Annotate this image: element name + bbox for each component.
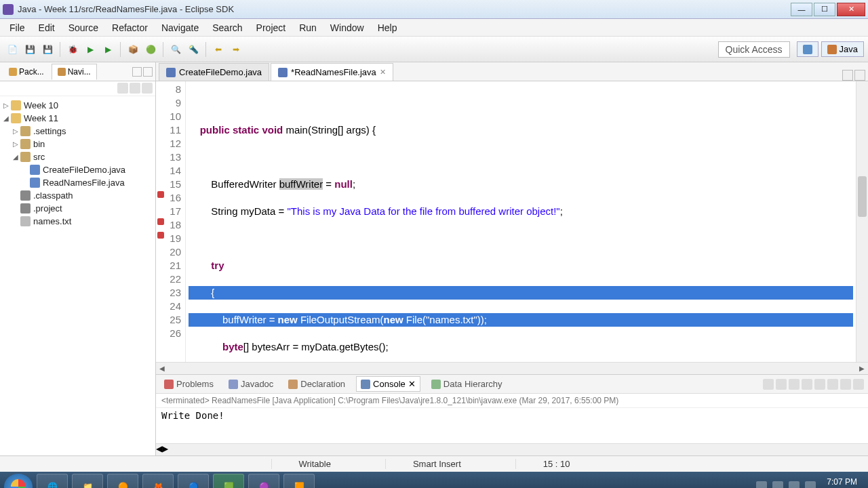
menu-run[interactable]: Run (294, 20, 322, 36)
code-body[interactable]: public static void main(String[] args) {… (186, 81, 856, 362)
menu-edit[interactable]: Edit (33, 20, 60, 36)
problems-tab[interactable]: Problems (160, 377, 218, 391)
quick-access-input[interactable]: Quick Access (718, 41, 790, 58)
terminate-button[interactable] (763, 379, 774, 390)
tree-names-txt[interactable]: names.txt (1, 215, 154, 228)
taskbar-explorer[interactable]: 📁 (72, 474, 103, 488)
bottom-panel: Problems Javadoc Declaration Console ✕ D… (156, 374, 868, 455)
taskbar-ie[interactable]: 🌐 (37, 474, 68, 488)
data-hierarchy-tab[interactable]: Data Hierarchy (427, 377, 507, 391)
clock-time: 7:07 PM (821, 477, 857, 487)
javadoc-tab[interactable]: Javadoc (224, 377, 277, 391)
minimize-view-button[interactable] (132, 67, 142, 77)
taskbar-media[interactable]: 🟠 (107, 474, 138, 488)
save-button[interactable]: 💾 (22, 42, 37, 57)
start-button[interactable] (4, 474, 33, 488)
remove-all-button[interactable] (789, 379, 800, 390)
minimize-button[interactable]: — (791, 3, 812, 16)
debug-button[interactable]: 🐞 (65, 42, 80, 57)
navigator-label: Navi... (68, 67, 91, 77)
open-perspective-button[interactable] (797, 41, 818, 57)
declaration-tab[interactable]: Declaration (284, 377, 349, 391)
tray-icon[interactable] (772, 481, 783, 488)
error-marker-icon[interactable] (157, 232, 164, 239)
tree-src[interactable]: ◢src (1, 150, 154, 163)
run-last-button[interactable]: ▶ (100, 42, 115, 57)
vertical-scrollbar[interactable] (856, 81, 868, 362)
package-explorer-tab[interactable]: Pack... (3, 64, 50, 80)
system-clock[interactable]: 7:07 PM 3/29/2017 (821, 477, 857, 488)
view-menu-button[interactable] (142, 83, 153, 94)
tab-label: *ReadNamesFile.java (291, 67, 376, 77)
console-output[interactable]: Write Done! (156, 408, 868, 443)
open-console-button[interactable] (853, 379, 864, 390)
tray-icon[interactable] (789, 481, 800, 488)
tray-icon[interactable] (756, 481, 767, 488)
package-explorer-label: Pack... (19, 67, 44, 77)
tree-project[interactable]: .project (1, 202, 154, 215)
maximize-editor-button[interactable] (854, 70, 865, 81)
back-button[interactable]: ⬅ (211, 42, 226, 57)
search-button[interactable]: 🔦 (186, 42, 201, 57)
tree-classpath[interactable]: .classpath (1, 189, 154, 202)
display-console-button[interactable] (840, 379, 851, 390)
error-marker-icon[interactable] (157, 218, 164, 225)
menu-window[interactable]: Window (325, 20, 370, 36)
forward-button[interactable]: ➡ (229, 42, 243, 57)
menu-navigate[interactable]: Navigate (156, 20, 204, 36)
tree-label: ReadNamesFile.java (43, 178, 125, 188)
remove-launch-button[interactable] (776, 379, 787, 390)
sidebar: Pack... Navi... ▷Week 10 ◢Week 11 ▷.sett… (0, 62, 156, 455)
tree-settings[interactable]: ▷.settings (1, 125, 154, 138)
clear-console-button[interactable] (802, 379, 812, 390)
tree-week11[interactable]: ◢Week 11 (1, 112, 154, 125)
minimize-editor-button[interactable] (842, 70, 853, 81)
run-button[interactable]: ▶ (83, 42, 98, 57)
tray-icon[interactable] (805, 481, 816, 488)
horizontal-scrollbar[interactable]: ◀▶ (156, 362, 868, 374)
taskbar-camtasia[interactable]: 🟩 (213, 474, 244, 488)
close-button[interactable]: ✕ (837, 3, 865, 16)
tab-label: Declaration (300, 379, 345, 389)
windows-taskbar: 🌐 📁 🟠 🦊 🔵 🟩 🟣 🟧 7:07 PM 3/29/2017 (0, 472, 868, 488)
new-package-button[interactable]: 📦 (125, 42, 140, 57)
collapse-all-button[interactable] (117, 83, 128, 94)
maximize-button[interactable]: ☐ (814, 3, 835, 16)
open-type-button[interactable]: 🔍 (168, 42, 183, 57)
tab-label: Data Hierarchy (443, 379, 502, 389)
taskbar-firefox[interactable]: 🦊 (142, 474, 174, 488)
error-marker-icon[interactable] (157, 191, 164, 198)
taskbar-eclipse[interactable]: 🟣 (248, 474, 279, 488)
tree-week10[interactable]: ▷Week 10 (1, 99, 154, 112)
menu-refactor[interactable]: Refactor (106, 20, 153, 36)
new-class-button[interactable]: 🟢 (143, 42, 158, 57)
tree-bin[interactable]: ▷bin (1, 138, 154, 150)
new-button[interactable]: 📄 (5, 42, 20, 57)
maximize-view-button[interactable] (143, 67, 153, 77)
menu-source[interactable]: Source (63, 20, 104, 36)
status-bar: Writable Smart Insert 15 : 10 (0, 455, 868, 472)
pin-console-button[interactable] (827, 379, 838, 390)
tree-createfiledemo[interactable]: CreateFileDemo.java (1, 163, 154, 176)
close-icon[interactable]: ✕ (408, 379, 416, 389)
close-icon[interactable]: ✕ (380, 68, 386, 77)
java-perspective-button[interactable]: Java (821, 41, 864, 57)
save-all-button[interactable]: 💾 (40, 42, 55, 57)
taskbar-app[interactable]: 🟧 (283, 474, 315, 488)
taskbar-chrome[interactable]: 🔵 (178, 474, 209, 488)
menu-project[interactable]: Project (251, 20, 292, 36)
link-editor-button[interactable] (130, 83, 140, 94)
menu-search[interactable]: Search (207, 20, 248, 36)
tree-label: Week 10 (24, 100, 58, 110)
navigator-tab[interactable]: Navi... (52, 64, 97, 80)
code-editor[interactable]: 891011121314151617181920212223242526 pub… (156, 81, 868, 362)
tree-label: .settings (33, 126, 66, 136)
tab-readnamesfile[interactable]: *ReadNamesFile.java✕ (271, 63, 393, 81)
console-tab[interactable]: Console ✕ (356, 376, 420, 392)
console-scrollbar[interactable]: ◀▶ (156, 443, 868, 455)
scroll-lock-button[interactable] (814, 379, 825, 390)
tab-createfiledemo[interactable]: CreateFileDemo.java (159, 63, 269, 81)
tree-readnamesfile[interactable]: ReadNamesFile.java (1, 176, 154, 189)
menu-help[interactable]: Help (372, 20, 403, 36)
menu-file[interactable]: File (4, 20, 31, 36)
